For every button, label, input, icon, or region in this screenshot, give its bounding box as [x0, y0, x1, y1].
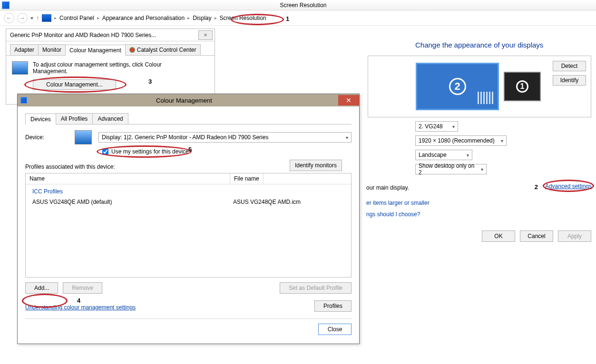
- crumb-appearance[interactable]: Appearance and Personalisation: [102, 15, 185, 21]
- identify-monitors-button[interactable]: Identify monitors: [290, 160, 342, 171]
- tab-devices[interactable]: Devices: [25, 114, 56, 125]
- use-my-settings-label: Use my settings for this device: [111, 148, 189, 155]
- tab-catalyst[interactable]: Catalyst Control Center: [125, 44, 201, 55]
- profile-actions: Add... Remove Set as Default Profile: [25, 282, 352, 294]
- chevron-icon: ▸: [54, 15, 57, 20]
- tab-all-profiles[interactable]: All Profiles: [56, 113, 93, 124]
- close-button[interactable]: ×: [198, 30, 213, 40]
- identify-button[interactable]: Identify: [553, 75, 586, 86]
- device-label: Device:: [25, 134, 68, 141]
- profile-group-icc: ICC Profiles: [26, 186, 351, 197]
- profile-row[interactable]: ASUS VG248QE AMD (default) ASUS VG248QE …: [26, 197, 351, 207]
- colour-management-button[interactable]: Colour Management...: [33, 79, 116, 90]
- tab-adapter[interactable]: Adapter: [10, 44, 39, 55]
- cm-close-button[interactable]: ✕: [338, 95, 359, 105]
- display-preview[interactable]: 2 1 Detect Identify: [368, 56, 591, 117]
- profiles-button[interactable]: Profiles: [314, 300, 352, 312]
- properties-titlebar[interactable]: Generic PnP Monitor and AMD Radeon HD 79…: [6, 29, 215, 41]
- chevron-icon: ▸: [97, 15, 99, 20]
- breadcrumb-bar: ← → ▾ ↑ ▸ Control Panel ▸ Appearance and…: [0, 10, 596, 26]
- chevron-icon: ▸: [215, 15, 217, 20]
- remove-button: Remove: [63, 282, 102, 294]
- truncated-main-display-text: our main display.: [366, 184, 409, 191]
- tab-monitor[interactable]: Monitor: [38, 44, 66, 55]
- catalyst-icon: [129, 47, 135, 53]
- apply-button: Apply: [558, 230, 591, 242]
- annotation-5: 5: [188, 146, 192, 153]
- multiple-displays-select[interactable]: Show desktop only on 2: [415, 164, 487, 174]
- crumb-screen-resolution[interactable]: Screen Resolution: [220, 15, 266, 21]
- properties-tabs: Adapter Monitor Colour Management Cataly…: [6, 41, 215, 56]
- back-button[interactable]: ←: [4, 13, 14, 23]
- cm-description: To adjust colour management settings, cl…: [33, 61, 176, 75]
- monitor-properties-window: Generic PnP Monitor and AMD Radeon HD 79…: [6, 29, 215, 105]
- advanced-settings-link[interactable]: Advanced settings: [545, 183, 592, 190]
- cm-title-text: Colour Management: [30, 97, 338, 104]
- set-default-button: Set as Default Profile: [280, 282, 352, 294]
- forward-button[interactable]: →: [17, 13, 28, 23]
- add-button[interactable]: Add...: [25, 282, 58, 294]
- colour-management-dialog: Colour Management ✕ Devices All Profiles…: [17, 94, 360, 344]
- up-button[interactable]: ↑: [36, 15, 39, 21]
- advanced-settings-link-wrap: Advanced settings: [545, 183, 592, 190]
- cm-titlebar[interactable]: Colour Management ✕: [18, 94, 359, 106]
- tab-advanced[interactable]: Advanced: [92, 113, 128, 124]
- window-title: Screen Resolution: [12, 2, 594, 9]
- crumb-display[interactable]: Display: [193, 15, 211, 21]
- page-heading: Change the appearance of your displays: [415, 41, 591, 49]
- explorer-icon[interactable]: [42, 14, 51, 22]
- monitor-icon: [12, 61, 28, 75]
- recent-dropdown-icon[interactable]: ▾: [30, 15, 33, 21]
- properties-title-text: Generic PnP Monitor and AMD Radeon HD 79…: [10, 32, 198, 38]
- app-icon: [2, 1, 10, 9]
- device-icon: [75, 130, 92, 144]
- dialog-buttons: OK Cancel Apply: [482, 230, 591, 242]
- cm-body: Devices All Profiles Advanced Device: Di…: [18, 106, 359, 344]
- link-what-settings[interactable]: ngs should I choose?: [366, 211, 420, 218]
- profiles-table[interactable]: Name File name ICC Profiles ASUS VG248QE…: [25, 173, 352, 278]
- cancel-button[interactable]: Cancel: [520, 230, 553, 242]
- profiles-header: Name File name: [26, 173, 351, 184]
- cm-tabs: Devices All Profiles Advanced: [25, 113, 352, 125]
- annotation-2: 2: [535, 183, 538, 191]
- use-my-settings-checkbox[interactable]: [102, 149, 108, 155]
- chevron-icon: ▸: [187, 15, 190, 20]
- profile-file: ASUS VG248QE AMD.icm: [233, 199, 301, 205]
- close-button[interactable]: Close: [318, 324, 352, 335]
- crumb-control-panel[interactable]: Control Panel: [59, 15, 94, 21]
- screen-resolution-panel: Change the appearance of your displays 2…: [368, 26, 596, 174]
- col-name[interactable]: Name: [26, 173, 230, 184]
- annotation-1: 1: [286, 15, 289, 22]
- link-items-larger[interactable]: er items larger or smaller: [366, 200, 430, 206]
- orientation-select[interactable]: Landscape: [415, 150, 472, 160]
- annotation-3: 3: [148, 78, 152, 85]
- monitor-thumbnail-2[interactable]: 2: [416, 63, 499, 110]
- cm-title-icon: [20, 97, 27, 104]
- understanding-link[interactable]: Understanding colour management settings: [25, 304, 136, 311]
- device-select[interactable]: Display: 1|2. Generic PnP Monitor - AMD …: [98, 132, 352, 143]
- annotation-4: 4: [77, 297, 80, 304]
- titlebar: Screen Resolution: [0, 0, 596, 10]
- ok-button[interactable]: OK: [482, 230, 515, 242]
- tab-colour-management[interactable]: Colour Management: [65, 45, 126, 56]
- resolution-select[interactable]: 1920 × 1080 (Recommended): [415, 135, 507, 146]
- monitor-thumbnail-1[interactable]: 1: [504, 72, 541, 101]
- display-select[interactable]: 2. VG248: [415, 121, 458, 132]
- profile-name: ASUS VG248QE AMD (default): [32, 199, 233, 205]
- detect-button[interactable]: Detect: [553, 61, 586, 71]
- col-file[interactable]: File name: [230, 173, 264, 184]
